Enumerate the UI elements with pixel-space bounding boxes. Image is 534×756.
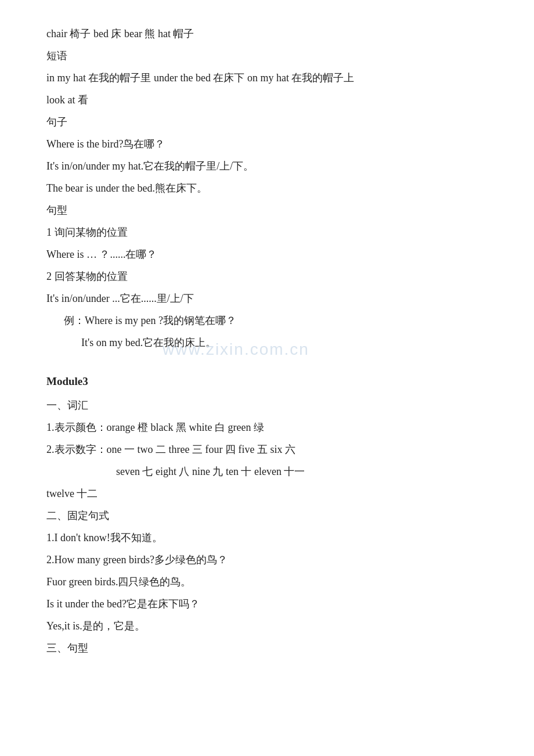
phrase-line2: look at 看 [46,89,499,110]
vocab-line1: chair 椅子 bed 床 bear 熊 hat 帽子 [46,23,499,44]
vocab1-content: orange 橙 black 黑 white 白 green 绿 [107,422,264,433]
module3-title: Module3 [46,370,499,393]
section1-title: 一、词汇 [46,395,499,416]
vocab2-line: 2.表示数字：one 一 two 二 three 三 four 四 five 五… [46,439,499,460]
vocab2-line2: seven 七 eight 八 nine 九 ten 十 eleven 十一 [116,461,499,482]
vocab2-label: 2.表示数字： [46,444,107,455]
phrase-line1: in my hat 在我的帽子里 under the bed 在床下 on my… [46,67,499,88]
section3-title: 三、句型 [46,638,499,658]
sentence-header: 句子 [46,111,499,132]
phrase-header: 短语 [46,45,499,66]
pattern2-content: It's in/on/under ...它在......里/上/下 [46,288,499,309]
fixed1: 1.I don't know!我不知道。 [46,527,499,548]
pattern-header: 句型 [46,200,499,221]
example-label: 例：Where is my pen ?我的钢笔在哪？ [64,310,499,331]
example-answer-line: It's on my bed.它在我的床上。 www.zixin.com.cn [46,332,499,353]
pattern1-content: Where is … ？......在哪？ [46,244,499,265]
sentence2: It's in/on/under my hat.它在我的帽子里/上/下。 [46,156,499,177]
fixed4: Is it under the bed?它是在床下吗？ [46,593,499,614]
vocab1-line: 1.表示颜色：orange 橙 black 黑 white 白 green 绿 [46,417,499,438]
module3-section: Module3 一、词汇 1.表示颜色：orange 橙 black 黑 whi… [46,370,499,658]
vocab2-line1: one 一 two 二 three 三 four 四 five 五 six 六 [107,444,295,455]
pattern1-num: 1 询问某物的位置 [46,222,499,243]
pattern2-num: 2 回答某物的位置 [46,266,499,287]
watermark: www.zixin.com.cn [163,333,309,366]
sentence3: The bear is under the bed.熊在床下。 [46,178,499,199]
fixed3: Fuor green birds.四只绿色的鸟。 [46,571,499,592]
vocab2-line3: twelve 十二 [46,483,499,504]
sentence1: Where is the bird?鸟在哪？ [46,134,499,154]
page-content: chair 椅子 bed 床 bear 熊 hat 帽子 短语 in my ha… [46,23,499,658]
fixed5: Yes,it is.是的，它是。 [46,615,499,636]
vocab1-label: 1.表示颜色： [46,422,107,433]
fixed2: 2.How many green birds?多少绿色的鸟？ [46,549,499,570]
section2-title: 二、固定句式 [46,505,499,526]
